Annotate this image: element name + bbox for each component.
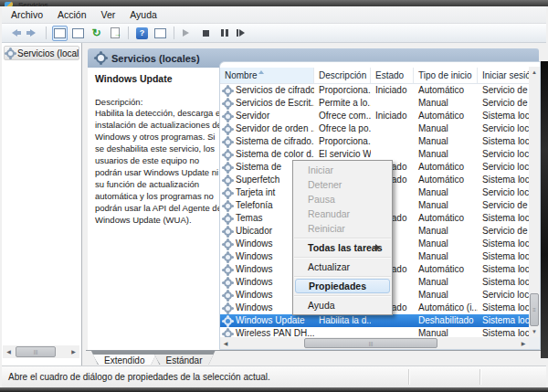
service-name: Sistema de cifrado... bbox=[236, 135, 314, 148]
menubar-item-ayuda[interactable]: Ayuda bbox=[122, 7, 164, 22]
service-gear-icon bbox=[224, 189, 232, 197]
scrollbar-thumb[interactable]: ||| bbox=[16, 346, 56, 357]
vertical-scrollbar[interactable]: ▲ ▼ ≡ bbox=[529, 67, 540, 337]
context-menu-item-reanudar: Reanudar bbox=[295, 207, 390, 221]
submenu-arrow-icon bbox=[375, 244, 384, 251]
service-gear-icon bbox=[224, 228, 232, 236]
menu-separator bbox=[294, 276, 391, 277]
show-console-tree-icon[interactable] bbox=[52, 26, 68, 41]
scroll-up-icon[interactable]: ▲ bbox=[529, 67, 540, 78]
context-menu-item-propiedades[interactable]: Propiedades bbox=[295, 279, 390, 293]
restart-service-icon[interactable] bbox=[235, 26, 250, 41]
service-gear-icon bbox=[224, 125, 232, 133]
service-name: Servidor de orden ... bbox=[236, 122, 314, 135]
scrollbar-thumb[interactable]: ≡ bbox=[530, 293, 539, 326]
tab-label: Extendido bbox=[91, 355, 157, 366]
sidebar-item-label: Servicios (locales) bbox=[17, 48, 79, 58]
context-menu-item-reiniciar: Reiniciar bbox=[295, 221, 390, 236]
properties-window-icon[interactable] bbox=[70, 26, 86, 41]
service-gear-icon bbox=[224, 215, 232, 223]
scroll-left-icon[interactable]: ◀ bbox=[220, 337, 231, 349]
service-row-servidor[interactable]: ServidorOfrece com...IniciadoAutomáticoS… bbox=[220, 110, 531, 122]
services-icon bbox=[96, 53, 106, 63]
service-name: Windows bbox=[236, 276, 273, 289]
menubar-item-archivo[interactable]: Archivo bbox=[4, 7, 50, 22]
sidebar-item-servicios-locales[interactable]: Servicios (locales) bbox=[4, 46, 79, 60]
service-row-sistema-de-cifrado[interactable]: Sistema de cifrado...Proporciona...Manua… bbox=[220, 135, 531, 148]
context-menu-item-iniciar: Iniciar bbox=[295, 163, 390, 177]
column-header-estado[interactable]: Estado bbox=[371, 68, 414, 84]
service-gear-icon bbox=[224, 304, 232, 313]
service-gear-icon bbox=[224, 138, 232, 146]
stop-service-icon[interactable] bbox=[198, 26, 214, 41]
service-name: Windows Update bbox=[236, 314, 305, 327]
menubar-item-ver[interactable]: Ver bbox=[94, 7, 123, 22]
menu-bar: ArchivoAcciónVerAyuda bbox=[2, 6, 546, 24]
tab-extendido[interactable]: Extendido bbox=[91, 351, 157, 365]
service-name: Superfetch bbox=[236, 174, 279, 186]
context-menu-item-todas-las-tareas[interactable]: Todas las tareas bbox=[295, 240, 390, 255]
service-gear-icon bbox=[224, 112, 232, 121]
service-name: Windows bbox=[236, 302, 273, 314]
service-name: Windows bbox=[236, 289, 273, 302]
service-name: Windows bbox=[236, 238, 273, 250]
service-row-windows-update[interactable]: Windows UpdateHabilita la d...Deshabilit… bbox=[220, 314, 531, 327]
context-menu: IniciarDetenerPausaReanudarReiniciarToda… bbox=[292, 160, 393, 315]
refresh-icon[interactable]: ↻ bbox=[89, 26, 104, 41]
service-name: Servicios de cifrado bbox=[236, 84, 314, 97]
service-detail-pane: Windows Update Descripción: Habilita la … bbox=[95, 73, 227, 226]
back-icon[interactable] bbox=[6, 26, 22, 41]
service-row-servicios-de-escrit[interactable]: Servicios de Escrit...Permite a lo...Man… bbox=[220, 97, 531, 110]
column-header-descripcion[interactable]: Descripción bbox=[314, 68, 371, 84]
action-pane-icon[interactable] bbox=[153, 26, 168, 41]
help-icon[interactable]: ? bbox=[134, 26, 150, 41]
scroll-left-icon[interactable]: ◀ bbox=[3, 345, 15, 358]
status-text: Abre el cuadro de diálogo de propiedades… bbox=[8, 372, 270, 382]
service-gear-icon bbox=[224, 87, 232, 95]
selected-service-name: Windows Update bbox=[95, 73, 227, 84]
service-row-servicios-de-cifrado[interactable]: Servicios de cifradoProporciona...Inicia… bbox=[220, 84, 531, 97]
service-name: Sistema de color d... bbox=[236, 148, 314, 161]
tab-estandar[interactable]: Estándar bbox=[153, 351, 215, 365]
service-name: Tarjeta int bbox=[236, 186, 275, 199]
forward-icon[interactable] bbox=[25, 26, 40, 41]
toolbar-separator bbox=[128, 26, 129, 39]
context-menu-item-ayuda[interactable]: Ayuda bbox=[295, 298, 390, 313]
scrollbar-thumb[interactable]: ||| bbox=[304, 338, 437, 348]
menubar-item-accion[interactable]: Acción bbox=[50, 7, 94, 22]
console-tree-panel: Servicios (locales) ◀ ▶ ||| bbox=[2, 43, 82, 366]
list-header: NombreDescripciónEstadoTipo de inicioIni… bbox=[220, 68, 531, 84]
service-row-sistema-de-color-d[interactable]: Sistema de color d...El servicio W...Man… bbox=[220, 148, 531, 161]
service-gear-icon bbox=[224, 279, 232, 287]
column-header-nombre[interactable]: Nombre bbox=[220, 68, 314, 84]
context-menu-item-actualizar[interactable]: Actualizar bbox=[295, 260, 390, 274]
sidebar-horizontal-scrollbar[interactable]: ◀ ▶ ||| bbox=[3, 345, 79, 358]
scroll-right-icon[interactable]: ▶ bbox=[68, 345, 79, 358]
service-row-servidor-de-orden[interactable]: Servidor de orden ...Ofrece la po...Manu… bbox=[220, 122, 531, 135]
start-service-icon[interactable] bbox=[180, 26, 195, 41]
column-header-tipo-de-inicio[interactable]: Tipo de inicio bbox=[414, 68, 478, 84]
sort-ascending-icon bbox=[258, 68, 264, 74]
pause-service-icon[interactable] bbox=[216, 26, 232, 41]
context-menu-item-detener: Detener bbox=[295, 177, 390, 192]
services-window: Servicios ArchivoAcciónVerAyuda ↻ → ? Se… bbox=[0, 0, 548, 392]
service-gear-icon bbox=[224, 253, 232, 261]
service-gear-icon bbox=[224, 202, 232, 210]
scroll-right-icon[interactable]: ▶ bbox=[518, 337, 529, 349]
services-icon bbox=[6, 49, 15, 58]
service-gear-icon bbox=[224, 164, 232, 172]
toolbar: ↻ → ? bbox=[2, 24, 546, 43]
service-name: Telefonía bbox=[236, 199, 273, 212]
service-gear-icon bbox=[224, 317, 232, 325]
export-list-icon[interactable]: → bbox=[107, 26, 122, 41]
column-header-iniciar-sesio[interactable]: Iniciar sesió bbox=[478, 68, 531, 84]
service-gear-icon bbox=[224, 176, 232, 185]
horizontal-scrollbar[interactable]: ◀ ▶ ||| bbox=[220, 337, 529, 349]
desktop-background bbox=[541, 61, 548, 358]
service-gear-icon bbox=[224, 266, 232, 274]
service-name: Servicios de Escrit... bbox=[236, 97, 314, 110]
title-bar[interactable]: Servicios bbox=[0, 0, 548, 6]
scroll-down-icon[interactable]: ▼ bbox=[529, 326, 540, 337]
window-bottom-edge bbox=[0, 387, 548, 392]
service-gear-icon bbox=[224, 100, 232, 108]
